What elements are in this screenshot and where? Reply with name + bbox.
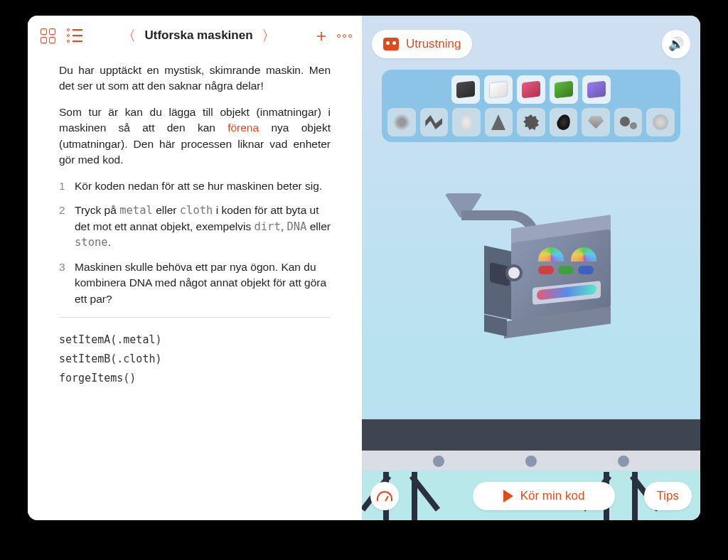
list-view-icon[interactable] [65,26,85,45]
run-label: Kör min kod [520,489,585,503]
item-dirt[interactable] [550,75,578,104]
item-gear[interactable] [517,108,545,136]
add-button[interactable]: ＋ [313,24,330,47]
step-3: 3 Maskinen skulle behöva ett par nya ögo… [59,259,331,307]
intro-para-2: Som tur är kan du lägga till objekt (inm… [59,104,331,168]
item-dna[interactable] [646,108,675,136]
code-line-2[interactable]: setItemB(.cloth) [59,350,331,369]
intro-para-1: Du har upptäckt en mystisk, skimrande ma… [59,63,331,95]
step-1: 1 Kör koden nedan för att se hur maskine… [59,178,331,194]
divider [59,317,331,318]
speedometer-icon [377,491,392,501]
item-spring[interactable] [387,108,416,136]
grid-view-icon[interactable] [38,26,58,45]
next-page-button[interactable]: 〉 [260,26,277,45]
page-title: Utforska maskinen [144,28,252,43]
item-cells[interactable] [614,108,643,136]
code-token-metal: metal [119,204,153,217]
equipment-label: Utrustning [406,37,461,51]
sound-toggle[interactable]: 🔊 [662,30,690,58]
robot-icon [383,38,399,50]
toolbar: 〈 Utforska maskinen 〉 ＋ [28,16,362,55]
item-palette [382,70,680,142]
item-cloth[interactable] [484,75,513,104]
code-token-stone: stone [75,236,108,249]
item-seed[interactable] [550,108,578,136]
machine-illustration [426,193,653,357]
rivet-icon [525,456,537,467]
prev-page-button[interactable]: 〈 [120,26,137,45]
item-metal[interactable] [451,75,480,104]
tips-label: Tips [657,489,680,503]
code-line-1[interactable]: setItemA(.metal) [59,330,331,350]
left-pane: 〈 Utforska maskinen 〉 ＋ Du har upptäckt … [28,16,362,520]
step-2: 2 Tryck på metal eller cloth i koden för… [59,203,331,250]
conveyor-belt [362,419,700,451]
link-forena[interactable]: förena [228,122,259,134]
steps-list: 1 Kör koden nedan för att se hur maskine… [59,178,331,307]
item-wire[interactable] [420,108,449,136]
code-line-3[interactable]: forgeItems() [59,369,331,388]
item-tree[interactable] [485,108,513,136]
app-window: 〈 Utforska maskinen 〉 ＋ Du har upptäckt … [28,16,700,520]
play-icon [503,490,513,502]
more-button[interactable] [337,34,352,38]
item-crystal[interactable] [517,75,545,104]
live-view: Utrustning 🔊 [362,16,700,520]
code-token-dna: DNA [287,220,306,233]
title-block: 〈 Utforska maskinen 〉 [120,26,277,45]
tips-button[interactable]: Tips [644,482,692,510]
code-editor[interactable]: setItemA(.metal) setItemB(.cloth) forgeI… [59,330,331,388]
run-code-button[interactable]: Kör min kod [473,482,615,510]
code-token-dirt: dirt [254,220,280,233]
rivet-icon [618,456,629,467]
speaker-icon: 🔊 [668,36,684,52]
speed-button[interactable] [370,482,399,510]
item-stone[interactable] [582,75,611,104]
code-token-cloth: cloth [180,204,213,217]
lesson-content: Du har upptäckt en mystisk, skimrande ma… [28,55,362,388]
item-gem[interactable] [582,108,610,136]
item-egg[interactable] [452,108,481,136]
equipment-button[interactable]: Utrustning [372,30,472,58]
rivet-icon [433,456,444,467]
